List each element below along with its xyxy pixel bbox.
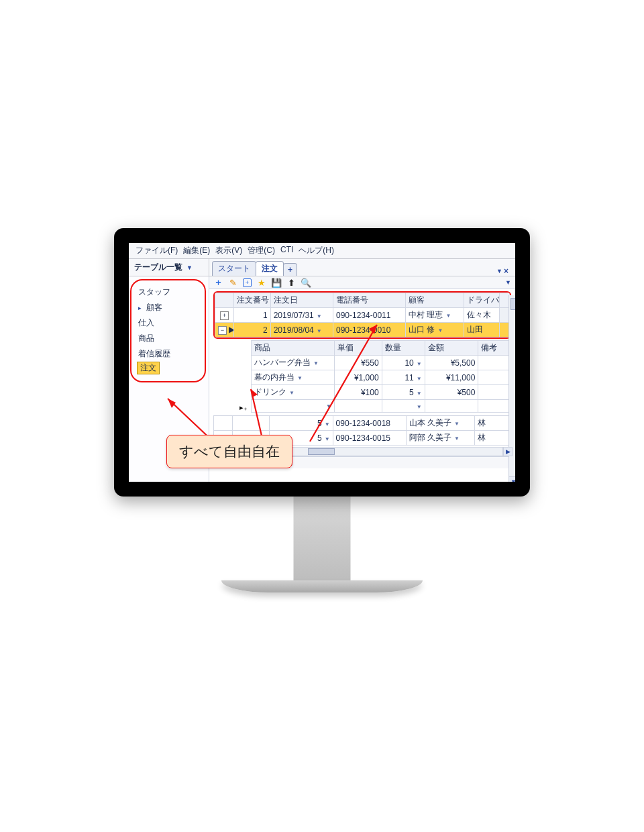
orders-header-customer[interactable]: 顧客 [406, 293, 464, 308]
toolbar-addrow-icon[interactable]: + [243, 278, 252, 287]
toolbar-save-icon[interactable]: 💾 [272, 278, 281, 287]
chevron-down-icon[interactable]: ▼ [313, 360, 319, 366]
items-header-amount[interactable]: 金額 [425, 341, 478, 356]
toolbar-search-icon[interactable]: 🔍 [301, 278, 311, 287]
menu-cti[interactable]: CTI [279, 245, 294, 256]
annotation-callout: すべて自由自在 [166, 435, 292, 468]
chevron-down-icon[interactable]: ▼ [454, 435, 460, 441]
chevron-down-icon[interactable]: ▼ [317, 328, 322, 334]
chevron-down-icon[interactable]: ▼ [417, 361, 422, 367]
sidebar-item-supply[interactable]: 仕入 [137, 315, 202, 331]
tab-bar: スタート 注文 + ▼ × [209, 259, 515, 276]
orders-header-no[interactable]: 注文番号 [233, 293, 270, 308]
pane-menu-icon[interactable]: ▼ [496, 268, 502, 274]
vertical-scrollbar[interactable]: ▼ [508, 295, 518, 486]
chevron-down-icon[interactable]: ▼ [417, 404, 422, 410]
toolbar-star-icon[interactable]: ★ [257, 278, 266, 287]
items-header-product[interactable]: 商品 [252, 341, 335, 356]
chevron-down-icon[interactable]: ▼ [325, 421, 330, 427]
tab-order[interactable]: 注文 [256, 261, 284, 276]
toolbar-new-icon[interactable]: ＋ [213, 278, 223, 287]
scrollbar-thumb[interactable] [511, 298, 517, 310]
menu-edit[interactable]: 編集(E) [182, 245, 211, 256]
orders-header-phone[interactable]: 電話番号 [333, 293, 406, 308]
menu-manage[interactable]: 管理(C) [246, 245, 276, 256]
items-row-empty[interactable]: ▸₊▼ ▼ [252, 400, 511, 413]
orders-row-selected[interactable]: − ▶ 2 2019/08/04▼ 090-1234-0010 山口 修▼ 山田 [215, 323, 510, 337]
chevron-down-icon: ▼ [186, 264, 193, 271]
menu-view[interactable]: 表示(V) [214, 245, 244, 256]
chevron-down-icon[interactable]: ▼ [297, 375, 303, 381]
sidebar-item-staff[interactable]: スタッフ [137, 284, 202, 300]
scrollbar-thumb[interactable] [308, 448, 335, 455]
menu-file[interactable]: ファイル(F) [134, 245, 179, 256]
cursor-icon: ▸₊ [239, 403, 248, 412]
toolbar-menu-icon[interactable]: ▼ [505, 279, 511, 286]
annotation-sidebar-highlight: スタッフ 顧客 仕入 商品 着信履歴 注文 [130, 279, 206, 382]
orders-header-date[interactable]: 注文日 [270, 293, 333, 308]
toolbar-edit-icon[interactable]: ✎ [228, 278, 237, 287]
orders-row[interactable]: + 1 2019/07/31▼ 090-1234-0011 中村 理恵▼ 佐々木 [215, 308, 510, 323]
toolbar-export-icon[interactable]: ⬆ [286, 278, 296, 287]
sidebar-item-product[interactable]: 商品 [137, 331, 202, 346]
items-header-row: 商品 単価 数量 金額 備考 [252, 341, 511, 356]
chevron-down-icon[interactable]: ▼ [417, 391, 422, 397]
chevron-down-icon[interactable]: ▼ [417, 376, 422, 382]
chevron-down-icon[interactable]: ▼ [325, 436, 330, 442]
chevron-down-icon[interactable]: ▼ [317, 313, 322, 319]
items-table[interactable]: 商品 単価 数量 金額 備考 ハンバーグ弁当▼ ¥550 10▼ ¥5,500 [251, 340, 511, 413]
menu-help[interactable]: ヘルプ(H) [297, 245, 335, 256]
tab-start[interactable]: スタート [212, 261, 256, 276]
chevron-down-icon[interactable]: ▼ [289, 390, 294, 396]
items-row[interactable]: ハンバーグ弁当▼ ¥550 10▼ ¥5,500 [252, 356, 511, 370]
toolbar: ＋ ✎ + ★ 💾 ⬆ 🔍 ▼ [209, 276, 515, 289]
sidebar-item-calllog[interactable]: 着信履歴 [137, 346, 202, 362]
orders-header-row: 注文番号 注文日 電話番号 顧客 ドライバ [215, 293, 510, 308]
chevron-down-icon[interactable]: ▼ [446, 313, 451, 319]
scrollbar-down-icon[interactable]: ▼ [509, 476, 518, 486]
tables-panel-header[interactable]: テーブル一覧 ▼ [129, 259, 209, 276]
items-row[interactable]: ドリンク▼ ¥100 5▼ ¥500 [252, 385, 511, 400]
application-window: ファイル(F) 編集(E) 表示(V) 管理(C) CTI ヘルプ(H) テーブ… [129, 243, 515, 482]
sidebar-item-order[interactable]: 注文 [137, 362, 160, 374]
sidebar-item-customer[interactable]: 顧客 [137, 300, 202, 315]
expand-icon[interactable]: + [220, 311, 229, 320]
items-header-qty[interactable]: 数量 [382, 341, 425, 356]
chevron-down-icon[interactable]: ▼ [326, 403, 331, 409]
chevron-down-icon[interactable]: ▼ [454, 421, 460, 427]
tables-panel-label: テーブル一覧 [134, 262, 182, 273]
annotation-grid-highlight: 注文番号 注文日 電話番号 顧客 ドライバ + 1 [213, 291, 511, 339]
orders-row[interactable]: 5▼ 090-1234-0018 山本 久美子▼ 林 [214, 416, 511, 431]
orders-header-driver[interactable]: ドライバ [464, 293, 500, 308]
items-header-note[interactable]: 備考 [478, 341, 511, 356]
chevron-down-icon[interactable]: ▼ [438, 327, 443, 333]
orders-table[interactable]: 注文番号 注文日 電話番号 顧客 ドライバ + 1 [215, 293, 510, 337]
items-header-unit[interactable]: 単価 [334, 341, 382, 356]
items-row[interactable]: 幕の内弁当▼ ¥1,000 11▼ ¥11,000 [252, 370, 511, 385]
menubar: ファイル(F) 編集(E) 表示(V) 管理(C) CTI ヘルプ(H) [129, 243, 515, 259]
pane-close-icon[interactable]: × [504, 266, 508, 276]
scrollbar-right-icon[interactable]: ▶ [503, 447, 513, 456]
collapse-icon[interactable]: − [218, 326, 227, 335]
tab-add[interactable]: + [283, 263, 297, 276]
